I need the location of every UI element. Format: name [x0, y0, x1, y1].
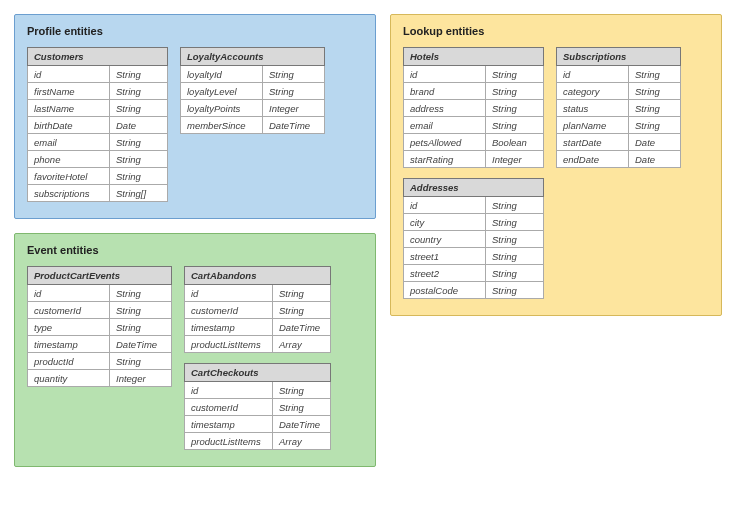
table-header: Hotels	[404, 48, 544, 66]
field-name: timestamp	[28, 336, 110, 353]
table-row: memberSinceDateTime	[181, 117, 325, 134]
field-type: String	[110, 151, 168, 168]
field-name: phone	[28, 151, 110, 168]
field-name: country	[404, 231, 486, 248]
table-row: street1String	[404, 248, 544, 265]
addresses-table: Addresses idStringcityStringcountryStrin…	[403, 178, 544, 299]
field-name: planName	[557, 117, 629, 134]
field-name: customerId	[185, 302, 273, 319]
field-type: String	[273, 285, 331, 302]
field-type: DateTime	[273, 416, 331, 433]
field-type: String	[110, 66, 168, 83]
table-row: endDateDate	[557, 151, 681, 168]
table-header: CartCheckouts	[185, 364, 331, 382]
field-type: String	[486, 66, 544, 83]
profile-group-title: Profile entities	[27, 25, 363, 37]
field-type: String	[486, 83, 544, 100]
table-row: firstNameString	[28, 83, 168, 100]
table-row: idString	[557, 66, 681, 83]
field-type: Date	[110, 117, 168, 134]
table-row: loyaltyIdString	[181, 66, 325, 83]
field-type: String	[629, 117, 681, 134]
field-name: id	[28, 285, 110, 302]
table-header: LoyaltyAccounts	[181, 48, 325, 66]
field-name: city	[404, 214, 486, 231]
field-type: String	[110, 100, 168, 117]
table-row: idString	[404, 197, 544, 214]
field-type: String	[486, 214, 544, 231]
field-name: favoriteHotel	[28, 168, 110, 185]
field-name: category	[557, 83, 629, 100]
table-row: customerIdString	[28, 302, 172, 319]
field-type: Array	[273, 336, 331, 353]
table-row: street2String	[404, 265, 544, 282]
field-type: DateTime	[110, 336, 172, 353]
table-row: startDateDate	[557, 134, 681, 151]
field-type: String	[486, 248, 544, 265]
field-type: String	[263, 83, 325, 100]
table-row: postalCodeString	[404, 282, 544, 299]
hotels-table: Hotels idStringbrandStringaddressStringe…	[403, 47, 544, 168]
field-name: address	[404, 100, 486, 117]
field-name: quantity	[28, 370, 110, 387]
table-row: customerIdString	[185, 399, 331, 416]
field-type: String	[486, 197, 544, 214]
table-header: Customers	[28, 48, 168, 66]
field-name: email	[404, 117, 486, 134]
customers-table: Customers idStringfirstNameStringlastNam…	[27, 47, 168, 202]
table-row: favoriteHotelString	[28, 168, 168, 185]
subscriptions-table: Subscriptions idStringcategoryStringstat…	[556, 47, 681, 168]
field-name: postalCode	[404, 282, 486, 299]
field-name: productListItems	[185, 336, 273, 353]
table-row: lastNameString	[28, 100, 168, 117]
table-header: Subscriptions	[557, 48, 681, 66]
loyalty-accounts-table: LoyaltyAccounts loyaltyIdStringloyaltyLe…	[180, 47, 325, 134]
field-name: loyaltyLevel	[181, 83, 263, 100]
table-row: petsAllowedBoolean	[404, 134, 544, 151]
field-name: street1	[404, 248, 486, 265]
table-row: statusString	[557, 100, 681, 117]
field-name: status	[557, 100, 629, 117]
field-type: String	[273, 382, 331, 399]
table-row: idString	[28, 285, 172, 302]
field-name: birthDate	[28, 117, 110, 134]
table-header: Addresses	[404, 179, 544, 197]
field-type: String	[486, 117, 544, 134]
field-name: productId	[28, 353, 110, 370]
field-name: loyaltyPoints	[181, 100, 263, 117]
field-type: String	[110, 83, 168, 100]
field-type: DateTime	[273, 319, 331, 336]
field-type: Date	[629, 151, 681, 168]
field-type: String	[110, 302, 172, 319]
field-name: starRating	[404, 151, 486, 168]
field-name: timestamp	[185, 319, 273, 336]
field-name: id	[185, 382, 273, 399]
field-type: Boolean	[486, 134, 544, 151]
cart-checkouts-table: CartCheckouts idStringcustomerIdStringti…	[184, 363, 331, 450]
table-row: idString	[28, 66, 168, 83]
field-name: email	[28, 134, 110, 151]
field-name: firstName	[28, 83, 110, 100]
field-name: loyaltyId	[181, 66, 263, 83]
field-name: id	[404, 66, 486, 83]
field-type: String	[486, 282, 544, 299]
table-row: idString	[404, 66, 544, 83]
field-name: id	[404, 197, 486, 214]
table-row: quantityInteger	[28, 370, 172, 387]
lookup-group-title: Lookup entities	[403, 25, 709, 37]
field-type: Date	[629, 134, 681, 151]
table-row: emailString	[28, 134, 168, 151]
field-type: Array	[273, 433, 331, 450]
table-row: loyaltyLevelString	[181, 83, 325, 100]
profile-entities-group: Profile entities Customers idStringfirst…	[14, 14, 376, 219]
table-row: countryString	[404, 231, 544, 248]
table-row: productListItemsArray	[185, 433, 331, 450]
field-type: String	[110, 134, 168, 151]
lookup-entities-group: Lookup entities Hotels idStringbrandStri…	[390, 14, 722, 316]
field-type: String	[273, 399, 331, 416]
field-type: String	[486, 265, 544, 282]
field-name: subscriptions	[28, 185, 110, 202]
field-type: String	[263, 66, 325, 83]
table-row: timestampDateTime	[185, 416, 331, 433]
field-name: id	[185, 285, 273, 302]
